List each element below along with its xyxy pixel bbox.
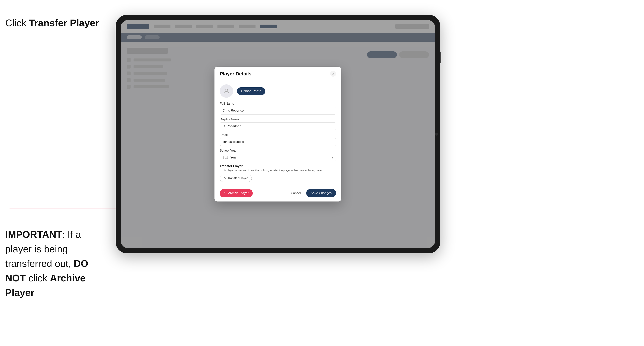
modal-header: Player Details × xyxy=(214,67,341,80)
instruction-bottom: IMPORTANT: If a player is being transfer… xyxy=(5,227,108,300)
svg-point-0 xyxy=(225,89,228,91)
avatar-circle xyxy=(220,84,233,98)
archive-icon: ⬡ xyxy=(224,191,226,195)
archive-player-button[interactable]: ⬡ Archive Player xyxy=(220,189,253,197)
email-label: Email xyxy=(220,133,336,137)
school-year-select-wrapper: First Year Second Year Third Year Fourth… xyxy=(220,154,336,161)
cancel-button[interactable]: Cancel xyxy=(288,189,304,197)
instruction-text2: click xyxy=(26,273,50,283)
instruction-important: IMPORTANT xyxy=(5,229,62,240)
tablet-side-button xyxy=(440,52,441,63)
display-name-input[interactable] xyxy=(220,122,336,130)
modal-close-button[interactable]: × xyxy=(330,71,336,77)
display-name-group: Display Name xyxy=(220,118,336,130)
modal-footer: ⬡ Archive Player Cancel Save Changes xyxy=(214,186,341,201)
instruction-prefix: Click xyxy=(5,17,29,28)
transfer-section-label: Transfer Player xyxy=(220,164,336,168)
upload-photo-button[interactable]: Upload Photo xyxy=(237,87,266,95)
school-year-group: School Year First Year Second Year Third… xyxy=(220,149,336,161)
modal-body: Upload Photo Full Name Display Name xyxy=(214,80,341,186)
email-input[interactable] xyxy=(220,138,336,146)
modal-title: Player Details xyxy=(220,71,252,77)
modal-overlay: Player Details × Upload Photo xyxy=(121,20,435,248)
transfer-description: If this player has moved to another scho… xyxy=(220,169,336,173)
school-year-select[interactable]: First Year Second Year Third Year Fourth… xyxy=(220,154,336,161)
avatar-row: Upload Photo xyxy=(220,84,336,98)
tablet-screen: Player Details × Upload Photo xyxy=(121,20,435,248)
full-name-input[interactable] xyxy=(220,107,336,115)
full-name-label: Full Name xyxy=(220,102,336,106)
transfer-btn-label: Transfer Player xyxy=(228,176,248,180)
transfer-player-button[interactable]: ⟳ Transfer Player xyxy=(220,175,252,182)
instruction-top: Click Transfer Player xyxy=(5,17,99,29)
player-details-modal: Player Details × Upload Photo xyxy=(214,67,341,201)
display-name-label: Display Name xyxy=(220,118,336,121)
arrow-vertical-line xyxy=(9,27,9,210)
instruction-bold: Transfer Player xyxy=(29,17,99,28)
email-group: Email xyxy=(220,133,336,146)
full-name-group: Full Name xyxy=(220,102,336,115)
school-year-label: School Year xyxy=(220,149,336,153)
tablet-camera xyxy=(435,133,438,136)
save-changes-button[interactable]: Save Changes xyxy=(306,189,336,197)
archive-btn-label: Archive Player xyxy=(228,191,248,195)
tablet-device: Player Details × Upload Photo xyxy=(116,15,440,253)
transfer-icon: ⟳ xyxy=(224,176,226,180)
transfer-player-section: Transfer Player If this player has moved… xyxy=(220,164,336,182)
